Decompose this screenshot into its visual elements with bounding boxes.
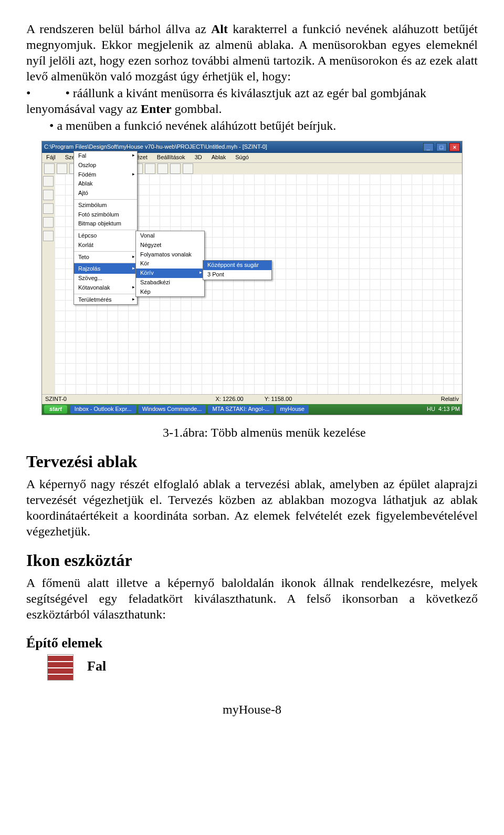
menu-item[interactable]: Fotó szimbólum: [74, 210, 137, 220]
paragraph-ikon: A főmenü alatt illetve a képernyő balold…: [26, 575, 478, 622]
menubar-item[interactable]: Ablak: [209, 153, 228, 162]
menubar-item[interactable]: 3D: [193, 153, 204, 162]
menu-item[interactable]: Fal: [74, 151, 137, 161]
heading-ikon-eszkoztar: Ikon eszköztár: [26, 550, 478, 571]
tool-icon[interactable]: [43, 217, 54, 228]
menu-item[interactable]: Vonal: [136, 231, 204, 241]
page-footer: myHouse-8: [26, 702, 478, 717]
status-mode: Relatív: [441, 396, 459, 403]
status-bar: SZINT-0 X: 1226.00 Y: 1158.00 Relatív: [42, 394, 462, 404]
toolbar-button[interactable]: [57, 163, 67, 174]
menu-item[interactable]: Teto: [74, 251, 137, 262]
taskbar-clock: HU 4:13 PM: [427, 406, 460, 413]
menu-item[interactable]: Területmérés: [74, 294, 137, 305]
bullet-1: • ráállunk a kivánt menüsorra és kiválas…: [26, 85, 478, 117]
tool-icon[interactable]: [43, 203, 54, 214]
menu-item[interactable]: Folyamatos vonalak: [136, 250, 204, 260]
tool-icon[interactable]: [43, 190, 54, 200]
taskbar-item[interactable]: myHouse: [276, 405, 308, 414]
status-x: X: 1226.00: [215, 396, 243, 403]
heading-tervezesi-ablak: Tervezési ablak: [26, 451, 478, 472]
menu-item[interactable]: Kör: [136, 259, 204, 269]
menu-item[interactable]: 3 Pont: [203, 270, 271, 280]
menu-item[interactable]: Szöveg...: [74, 274, 137, 283]
menu-item[interactable]: Bitmap objektum: [74, 219, 137, 229]
tervez-menu[interactable]: FalOszlopFödémAblakAjtóSzimbólumFotó szi…: [74, 151, 138, 305]
menu-item[interactable]: Födém: [74, 170, 137, 180]
menubar-item[interactable]: Súgó: [233, 153, 251, 162]
wall-icon: [47, 654, 74, 681]
menu-item[interactable]: Korlát: [74, 241, 137, 250]
menu-item[interactable]: Ablak: [74, 179, 137, 189]
paragraph-tervezesi: A képernyő nagy részét elfoglaló ablak a…: [26, 476, 478, 539]
toolbar-button[interactable]: [170, 163, 181, 174]
menu-item[interactable]: Négyzet: [136, 241, 204, 250]
tool-icon[interactable]: [43, 231, 54, 241]
menu-item[interactable]: Kótavonalak: [74, 283, 137, 293]
menu-item[interactable]: Lépcso: [74, 230, 137, 241]
taskbar-item[interactable]: Windows Commande...: [138, 405, 206, 414]
menu-item[interactable]: Szimbólum: [74, 199, 137, 210]
menu-item[interactable]: Ajtó: [74, 189, 137, 198]
menu-item[interactable]: Középpont és sugár: [203, 261, 271, 270]
menu-item[interactable]: Szabadkézi: [136, 278, 204, 287]
toolbar-button[interactable]: [44, 163, 55, 174]
toolbar-button[interactable]: [183, 163, 193, 174]
toolbar-button[interactable]: [145, 163, 155, 174]
taskbar-item[interactable]: MTA SZTAKI: Angol-...: [208, 405, 274, 414]
taskbar-item[interactable]: Inbox - Outlook Expr...: [70, 405, 136, 414]
window-buttons: _ □ ×: [422, 143, 460, 151]
status-level: SZINT-0: [45, 396, 67, 403]
close-icon[interactable]: ×: [449, 143, 460, 151]
intro-paragraph: A rendszeren belül bárhol állva az Alt k…: [26, 21, 478, 84]
fal-row: Fal: [26, 654, 478, 681]
toolbar-button[interactable]: [158, 163, 168, 174]
rajzolas-submenu[interactable]: VonalNégyzetFolyamatos vonalakKörKörívSz…: [135, 231, 205, 297]
left-toolbar[interactable]: [42, 174, 55, 395]
windows-taskbar[interactable]: start Inbox - Outlook Expr...Windows Com…: [42, 404, 462, 415]
tool-icon[interactable]: [43, 176, 54, 187]
menubar-item[interactable]: Beállítások: [155, 153, 187, 162]
menu-item[interactable]: Körív: [136, 269, 204, 278]
menubar-item[interactable]: Fájl: [44, 153, 58, 162]
menu-item[interactable]: Oszlop: [74, 161, 137, 170]
status-y: Y: 1158.00: [265, 396, 292, 403]
fal-label: Fal: [87, 658, 106, 673]
figure-caption: 3-1.ábra: Több almenüs menük kezelése: [163, 425, 478, 440]
minimize-icon[interactable]: _: [423, 143, 434, 151]
app-screenshot: C:\Program Files\DesignSoft\myHouse v70-…: [41, 141, 463, 415]
start-button[interactable]: start: [44, 405, 67, 414]
window-title: C:\Program Files\DesignSoft\myHouse v70-…: [44, 143, 267, 151]
menu-item[interactable]: Rajzolás: [74, 263, 137, 274]
bullet-2: • a menüben a funkció nevének aláhúzott …: [26, 118, 478, 133]
koriv-submenu[interactable]: Középpont és sugár3 Pont: [203, 260, 272, 280]
menu-item[interactable]: Kép: [136, 287, 204, 297]
maximize-icon[interactable]: □: [436, 143, 447, 151]
heading-epito-elemek: Építő elemek: [26, 635, 478, 652]
